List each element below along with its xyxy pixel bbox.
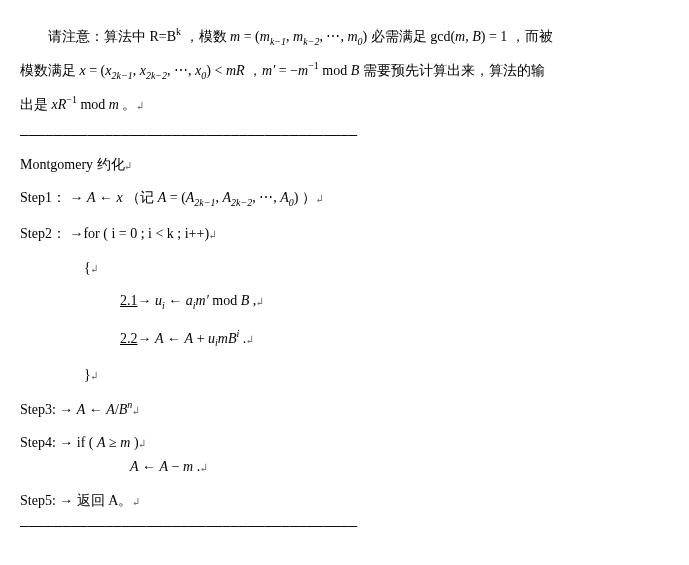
step-5: Step5: → 返回 A。↲	[20, 491, 669, 511]
step-3: Step3: → A ← A/Bn↲	[20, 398, 669, 419]
algorithm-title: Montgomery 约化↲	[20, 155, 669, 175]
algorithm-block: Montgomery 约化↲ Step1： → A ← x （记 A = (A2…	[20, 155, 669, 510]
step-2-header: Step2： →for ( i = 0 ; i < k ; i++)↲	[20, 224, 669, 244]
step-4-cond: Step4: → if ( A ≥ m )↲	[20, 433, 669, 453]
step-4-body: A ← A − m .↲	[20, 457, 669, 477]
intro-line-1: 请注意：算法中 R=Bk ，模数 m = (mk−1, mk−2, ⋯, m0)…	[20, 20, 669, 54]
step-2-2: 2.2→ A ← A + uimBi .↲	[20, 327, 669, 350]
step-1: Step1： → A ← x （记 A = (A2k−1, A2k−2, ⋯, …	[20, 188, 669, 210]
step-2-1: 2.1→ ui ← aim′ mod B ,↲	[20, 291, 669, 313]
divider-bottom: ————————————————————————————————————————	[20, 516, 669, 536]
divider-top: ————————————————————————————————————————	[20, 125, 669, 145]
step-2-open-brace: {↲	[20, 258, 669, 278]
step-2-close-brace: }↲	[20, 365, 669, 385]
intro-paragraph: 请注意：算法中 R=Bk ，模数 m = (mk−1, mk−2, ⋯, m0)…	[20, 20, 669, 121]
intro-line-2: 模数满足 x = (x2k−1, x2k−2, ⋯, x0) < mR ，m′ …	[20, 54, 669, 88]
intro-line-3: 出是 xR−1 mod m 。↲	[20, 88, 669, 122]
